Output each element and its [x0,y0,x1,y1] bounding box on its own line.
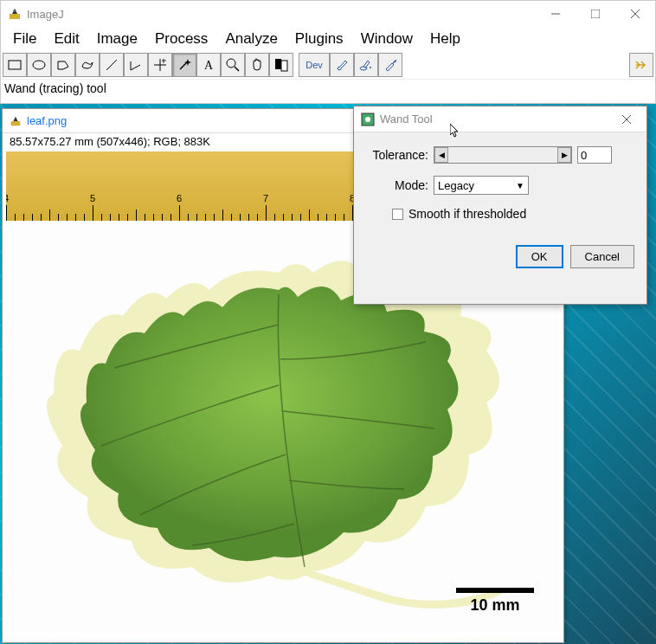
rectangle-tool[interactable] [3,53,27,77]
menu-window[interactable]: Window [354,29,420,49]
freehand-tool[interactable] [75,53,100,77]
wand-tool-dialog: Wand Tool Tolerance: ◀ ▶ Mode: Legacy ▼ [353,106,647,305]
angle-tool[interactable] [124,53,148,77]
menu-plugins[interactable]: Plugins [288,29,351,49]
dropper-tool[interactable] [378,53,402,77]
svg-rect-6 [9,61,21,69]
svg-point-1 [14,10,16,12]
svg-point-23 [365,117,370,122]
tolerance-track[interactable] [448,147,557,163]
point-tool[interactable] [148,53,172,77]
menu-analyze[interactable]: Analyze [218,29,284,49]
svg-line-16 [235,67,239,71]
dialog-close-button[interactable] [614,106,640,132]
svg-rect-21 [11,121,21,126]
oval-tool[interactable] [27,53,51,77]
tolerance-input[interactable] [577,146,612,164]
smooth-checkbox[interactable] [392,209,403,220]
dialog-titlebar[interactable]: Wand Tool [354,106,646,132]
tolerance-decrement[interactable]: ◀ [434,147,448,163]
chevron-down-icon: ▼ [516,181,524,190]
minimize-button[interactable] [536,1,576,27]
menu-file[interactable]: File [6,29,43,49]
svg-text:A: A [204,59,214,72]
wand-dialog-icon [361,113,375,126]
imagej-icon [10,115,22,127]
menu-help[interactable]: Help [423,29,467,49]
dev-tool[interactable]: Dev [299,53,330,77]
menubar: File Edit Image Process Analyze Plugins … [1,27,655,51]
menu-image[interactable]: Image [90,29,145,49]
brush-tool[interactable] [330,53,354,77]
tolerance-slider[interactable]: ◀ ▶ [434,146,572,164]
svg-point-15 [227,59,235,68]
hand-tool[interactable] [245,53,269,77]
main-titlebar[interactable]: ImageJ [1,1,655,27]
svg-point-20 [370,67,371,68]
cancel-button[interactable]: Cancel [570,245,634,268]
maximize-button[interactable] [576,1,615,27]
imagej-main-window: ImageJ File Edit Image Process Analyze P… [0,0,656,104]
toolbar: A Dev [1,51,655,79]
more-tools[interactable] [629,53,653,77]
svg-rect-18 [281,61,287,71]
smooth-label: Smooth if thresholded [408,207,526,221]
mode-select[interactable]: Legacy ▼ [434,176,529,195]
wand-tool[interactable] [172,53,196,77]
line-tool[interactable] [100,53,124,77]
main-title: ImageJ [27,8,536,21]
color-picker-tool[interactable] [269,53,293,77]
tolerance-label: Tolerance: [366,148,434,162]
mode-label: Mode: [366,178,434,192]
text-tool[interactable]: A [196,53,221,77]
polygon-tool[interactable] [51,53,75,77]
status-bar: Wand (tracing) tool [1,79,655,97]
scale-bar: 10 mm [456,588,534,615]
menu-process[interactable]: Process [148,29,215,49]
svg-rect-17 [275,59,281,69]
svg-point-7 [33,61,45,69]
image-title: leaf.png [27,114,67,127]
svg-line-8 [106,60,117,70]
zoom-tool[interactable] [221,53,245,77]
imagej-icon [8,7,22,21]
close-button[interactable] [615,1,655,27]
flood-fill-tool[interactable] [354,53,378,77]
svg-rect-3 [591,10,600,18]
svg-rect-0 [10,14,20,19]
dialog-title: Wand Tool [380,113,614,126]
menu-edit[interactable]: Edit [47,29,86,49]
ok-button[interactable]: OK [516,245,563,268]
tolerance-increment[interactable]: ▶ [557,147,571,163]
